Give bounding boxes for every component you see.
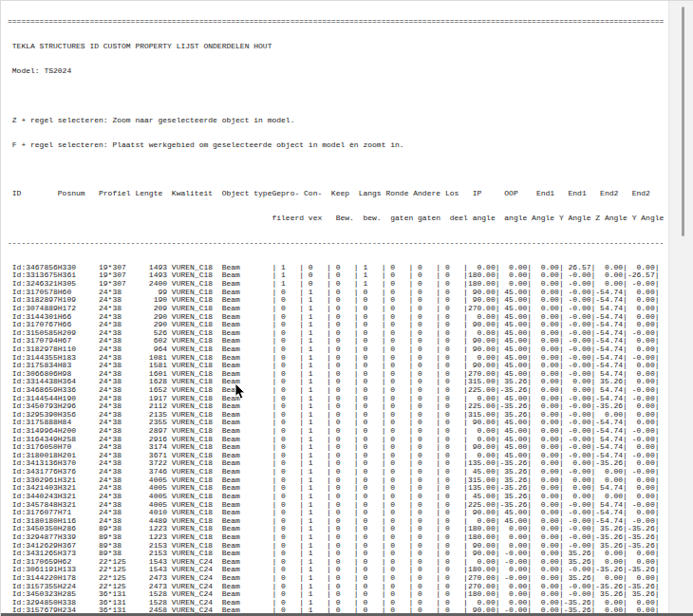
column-headers-line2: fileerd vex Bew. bew. gaten gaten deel a… <box>8 215 672 223</box>
report-text: ========================================… <box>8 2 672 616</box>
blank-line <box>8 92 672 101</box>
vertical-scrollbar[interactable] <box>668 1 693 616</box>
separator-header: ----------------------------------------… <box>8 239 672 248</box>
instruction-fit: F + regel selecteren: Plaatst werkgebied… <box>8 141 672 150</box>
report-title: TEKLA STRUCTURES ID CUSTOM PROPERTY LIJS… <box>8 43 672 51</box>
table-rows: Id:3467856H330 19*307 1493 VUREN_C18 Bea… <box>8 264 672 616</box>
report-window: ========================================… <box>0 0 693 616</box>
column-headers-line1: ID Posnum Profiel Lengte Kwaliteit Objec… <box>8 190 672 198</box>
scrollbar-thumb[interactable] <box>682 7 684 236</box>
separator-top: ========================================… <box>8 18 672 27</box>
blank-line <box>8 165 672 174</box>
instruction-zoom: Z + regel selecteren: Zoom naar geselect… <box>8 117 672 125</box>
model-label: Model: TS2024 <box>8 67 672 76</box>
mouse-cursor <box>234 383 246 401</box>
